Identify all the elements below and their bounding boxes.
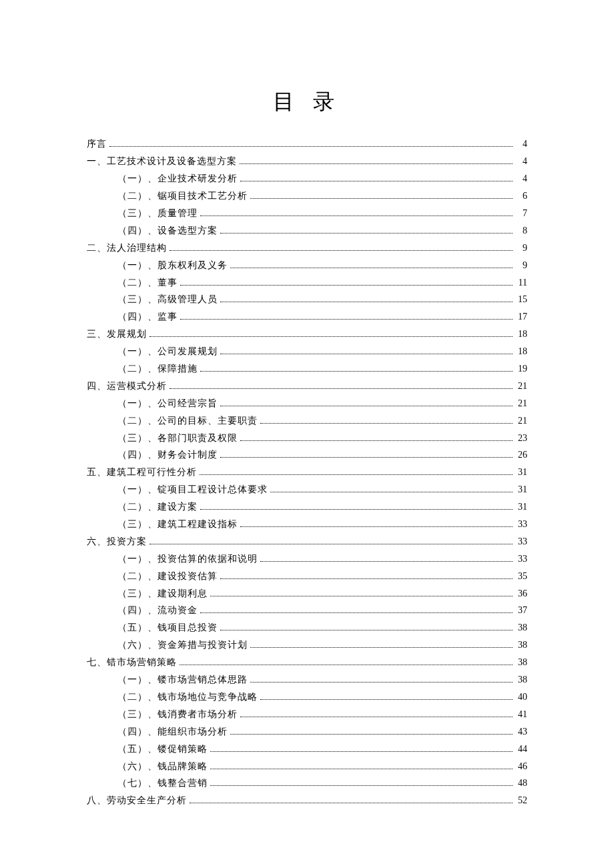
toc-leader-dots (220, 226, 513, 234)
toc-leader-dots (230, 260, 513, 268)
toc-entry-label: 序言 (87, 135, 107, 153)
toc-entry-label: （四）、财务会计制度 (117, 446, 218, 464)
toc-entry-page: 33 (515, 516, 527, 533)
toc-entry: 四、运营模式分析21 (87, 378, 527, 395)
toc-entry: （五）、镂促销策略44 (87, 741, 527, 758)
toc-entry: （三）、高级管理人员15 (87, 291, 527, 308)
toc-entry-page: 23 (515, 430, 527, 447)
toc-leader-dots (149, 536, 513, 544)
toc-entry-label: （四）、流动资金 (117, 602, 198, 619)
toc-leader-dots (200, 605, 513, 613)
toc-entry-label: （一）、投资估算的依据和说明 (117, 550, 258, 568)
toc-entry: （五）、钱项目总投资38 (87, 619, 527, 636)
toc-leader-dots (200, 364, 513, 372)
toc-entry: （一）、股东权利及义务9 (87, 257, 527, 274)
toc-leader-dots (190, 795, 513, 803)
toc-entry: （四）、能组织市场分析43 (87, 723, 527, 741)
toc-entry-page: 4 (515, 135, 527, 153)
toc-entry-label: 八、劳动安全生产分析 (87, 792, 187, 809)
toc-entry-label: （四）、监事 (117, 308, 178, 326)
toc-leader-dots (220, 450, 513, 458)
toc-entry-label: （三）、建筑工程建设指标 (117, 516, 238, 533)
toc-entry: （三）、各部门职责及权限23 (87, 430, 527, 447)
toc-entry-label: （三）、钱消费者市场分析 (117, 706, 238, 723)
toc-entry-page: 9 (515, 240, 527, 257)
toc-entry: （二）、保障措施19 (87, 360, 527, 378)
toc-entry: （四）、监事17 (87, 308, 527, 326)
toc-entry-page: 31 (515, 481, 527, 498)
toc-leader-dots (240, 156, 513, 164)
toc-leader-dots (270, 484, 513, 492)
toc-entry-page: 15 (515, 291, 527, 308)
toc-leader-dots (220, 398, 513, 406)
toc-entry: （一）、投资估算的依据和说明33 (87, 550, 527, 568)
toc-entry: 序言4 (87, 135, 527, 153)
toc-entry: （一）、锭项目工程设计总体要求31 (87, 481, 527, 498)
toc-entry-page: 4 (515, 153, 527, 170)
toc-entry-label: 四、运营模式分析 (87, 378, 167, 395)
toc-entry-label: （二）、董事 (117, 274, 178, 292)
toc-entry-page: 35 (515, 568, 527, 585)
toc-leader-dots (180, 312, 513, 320)
toc-leader-dots (250, 640, 513, 648)
toc-entry-page: 8 (515, 222, 527, 240)
toc-entry-page: 38 (515, 619, 527, 636)
toc-leader-dots (210, 743, 513, 751)
toc-leader-dots (200, 467, 513, 475)
toc-entry-page: 19 (515, 360, 527, 378)
toc-entry-label: （四）、能组织市场分析 (117, 723, 228, 741)
toc-entry: （二）、公司的目标、主要职责21 (87, 412, 527, 430)
toc-entry-page: 36 (515, 585, 527, 602)
toc-entry: （六）、钱品牌策略46 (87, 758, 527, 775)
toc-entry-page: 17 (515, 308, 527, 326)
toc-leader-dots (260, 416, 513, 424)
toc-entry-label: （四）、设备选型方案 (117, 222, 218, 240)
toc-entry-label: （三）、质量管理 (117, 205, 198, 222)
toc-entry-label: （二）、建设方案 (117, 498, 198, 516)
toc-entry-page: 33 (515, 550, 527, 568)
toc-entry-label: （二）、公司的目标、主要职责 (117, 412, 258, 430)
toc-entry-page: 31 (515, 464, 527, 481)
toc-entry-page: 44 (515, 741, 527, 758)
toc-entry-page: 48 (515, 775, 527, 792)
toc-entry: 三、发展规划18 (87, 326, 527, 343)
toc-leader-dots (240, 432, 513, 440)
toc-leader-dots (170, 381, 513, 389)
toc-entry-page: 41 (515, 706, 527, 723)
toc-entry-page: 31 (515, 498, 527, 516)
toc-entry: （四）、设备选型方案8 (87, 222, 527, 240)
toc-leader-dots (210, 588, 513, 596)
toc-entry-page: 37 (515, 602, 527, 619)
toc-entry: （二）、董事11 (87, 274, 527, 292)
toc-entry: 五、建筑工程可行性分析31 (87, 464, 527, 481)
toc-entry-label: （二）、锯项目技术工艺分析 (117, 187, 248, 205)
toc-entry-label: （二）、建设投资估算 (117, 568, 218, 585)
toc-entry: （一）、镂市场营销总体思路38 (87, 671, 527, 689)
toc-entry-label: （六）、钱品牌策略 (117, 758, 208, 775)
toc-entry-label: （一）、公司经营宗旨 (117, 395, 218, 412)
toc-leader-dots (220, 622, 513, 630)
toc-leader-dots (210, 761, 513, 769)
table-of-contents: 序言4一、工艺技术设计及设备选型方案4（一）、企业技术研发分析4（二）、锯项目技… (87, 135, 527, 809)
toc-entry-page: 46 (515, 758, 527, 775)
toc-leader-dots (260, 554, 513, 562)
toc-leader-dots (220, 294, 513, 302)
toc-entry-label: 一、工艺技术设计及设备选型方案 (87, 153, 237, 170)
toc-entry: （三）、钱消费者市场分析41 (87, 706, 527, 723)
toc-entry-label: （一）、股东权利及义务 (117, 257, 228, 274)
toc-entry: （二）、建设方案31 (87, 498, 527, 516)
toc-entry-page: 38 (515, 636, 527, 654)
toc-entry-page: 40 (515, 689, 527, 706)
toc-entry-page: 43 (515, 723, 527, 741)
toc-entry: （三）、质量管理7 (87, 205, 527, 222)
toc-entry-page: 52 (515, 792, 527, 809)
toc-entry: 一、工艺技术设计及设备选型方案4 (87, 153, 527, 170)
toc-entry-page: 26 (515, 446, 527, 464)
toc-entry: 二、法人治理结构9 (87, 240, 527, 257)
toc-leader-dots (200, 208, 513, 216)
toc-entry-page: 7 (515, 205, 527, 222)
toc-entry: （四）、流动资金37 (87, 602, 527, 619)
toc-entry-page: 9 (515, 257, 527, 274)
toc-entry: 八、劳动安全生产分析52 (87, 792, 527, 809)
toc-entry: （三）、建设期利息36 (87, 585, 527, 602)
